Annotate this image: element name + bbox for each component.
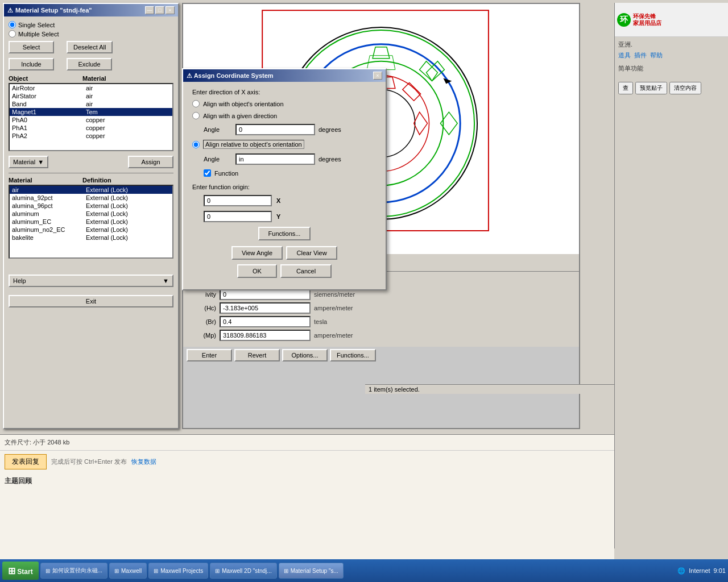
object-material-header: Object Material bbox=[9, 75, 173, 82]
angle-row-2: Angle degrees bbox=[204, 153, 377, 165]
angle-input-1[interactable] bbox=[235, 124, 315, 135]
revert-button[interactable]: Revert bbox=[234, 349, 280, 361]
select-button[interactable]: Select bbox=[9, 41, 54, 53]
ivity-input[interactable] bbox=[220, 289, 311, 300]
taskbar-item-material[interactable]: ⊞ Material Setup "s... bbox=[279, 563, 344, 579]
include-button[interactable]: Include bbox=[9, 58, 54, 70]
tools-link[interactable]: 道具 bbox=[618, 51, 631, 60]
exit-row: Exit bbox=[9, 295, 173, 307]
material-item[interactable]: bakeliteExternal (Lock) bbox=[10, 234, 172, 242]
align-given-radio[interactable]: Align with a given direction bbox=[192, 112, 377, 119]
minimize-button[interactable]: — bbox=[145, 6, 154, 14]
taskbar-item-maxwell[interactable]: ⊞ Maxwell bbox=[109, 563, 147, 579]
help-dropdown-button[interactable]: Help ▼ bbox=[9, 275, 173, 287]
align-relative-radio[interactable]: Align relative to object's orientation bbox=[192, 140, 377, 149]
list-item[interactable]: PhA0copper bbox=[10, 116, 172, 124]
br-input[interactable] bbox=[220, 316, 311, 327]
enter-button[interactable]: Enter bbox=[187, 349, 232, 361]
deselect-all-button[interactable]: Deselect All bbox=[67, 41, 113, 53]
material-window-titlebar: ⚠ Material Setup "stndj-fea" — □ × bbox=[4, 4, 178, 16]
section-label: Enter direction of X axis: bbox=[192, 89, 377, 95]
ok-cancel-row: OK Cancel bbox=[192, 264, 377, 278]
options-button[interactable]: Options... bbox=[282, 349, 328, 361]
list-item[interactable]: AirRotorair bbox=[10, 84, 172, 92]
origin-label: Enter function origin: bbox=[192, 184, 377, 190]
taskbar-item-projects[interactable]: ⊞ Maxwell Projects bbox=[148, 563, 208, 579]
mp-input[interactable] bbox=[220, 330, 311, 341]
list-item-selected[interactable]: Magnet1Tem bbox=[10, 108, 172, 116]
hc-row: (Hc) ampere/meter bbox=[188, 302, 574, 314]
fea-bottom-buttons: Enter Revert Options... Functions... bbox=[183, 347, 579, 364]
material-list[interactable]: airExternal (Lock) alumina_92pctExternal… bbox=[9, 185, 173, 259]
preview-button[interactable]: 预览贴子 bbox=[635, 82, 667, 94]
maximize-button[interactable]: □ bbox=[155, 6, 164, 14]
align-object-radio[interactable]: Align with object's orientation bbox=[192, 100, 377, 107]
taskbar-time: 9:01 bbox=[714, 567, 726, 574]
functions-button[interactable]: Functions... bbox=[330, 349, 376, 361]
angle-input-2[interactable] bbox=[235, 153, 315, 165]
br-row: (Br) tesla bbox=[188, 316, 574, 327]
right-panel: 环 环保先锋家居用品店 亚洲. 道具 插件 帮助 简单功能 查 预览贴子 清空内… bbox=[614, 3, 728, 548]
material-item-selected[interactable]: airExternal (Lock) bbox=[10, 186, 172, 194]
ok-button[interactable]: OK bbox=[237, 264, 277, 278]
bottom-area: 文件尺寸: 小于 2048 kb 发表回复 完成后可按 Ctrl+Enter 发… bbox=[0, 434, 614, 559]
brand-logo: 环 bbox=[617, 13, 631, 27]
material-item[interactable]: alumina_92pctExternal (Lock) bbox=[10, 194, 172, 202]
clear-view-button[interactable]: Clear View bbox=[286, 246, 337, 260]
taskbar-item-2d[interactable]: ⊞ Maxwell 2D "stndj... bbox=[210, 563, 276, 579]
select-deselect-row: Select Deselect All bbox=[9, 41, 173, 53]
plugins-link[interactable]: 插件 bbox=[634, 51, 647, 60]
hint-text: 完成后可按 Ctrl+Enter 发布 bbox=[51, 458, 127, 466]
assign-button[interactable]: Assign bbox=[128, 156, 173, 168]
warning-icon: ⚠ bbox=[7, 7, 13, 14]
assign-warning-icon: ⚠ bbox=[187, 72, 194, 79]
exit-button[interactable]: Exit bbox=[9, 295, 173, 307]
functions-dialog-button[interactable]: Functions... bbox=[258, 227, 311, 240]
restore-data-link[interactable]: 恢复数据 bbox=[131, 458, 156, 466]
material-item[interactable]: aluminum_no2_ECExternal (Lock) bbox=[10, 226, 172, 234]
list-item[interactable]: Bandair bbox=[10, 100, 172, 108]
cancel-button[interactable]: Cancel bbox=[280, 264, 332, 278]
single-select-radio[interactable]: Single Select bbox=[9, 21, 173, 28]
material-dropdown-button[interactable]: Material ▼ bbox=[9, 156, 48, 168]
start-button[interactable]: ⊞ Start bbox=[2, 562, 39, 580]
origin-y-input[interactable] bbox=[204, 211, 272, 222]
origin-y-row: Y bbox=[204, 211, 377, 222]
exclude-button[interactable]: Exclude bbox=[67, 58, 112, 70]
post-reply-row: 发表回复 完成后可按 Ctrl+Enter 发布 恢复数据 bbox=[0, 451, 614, 473]
theme-label: 主题回顾 bbox=[0, 473, 614, 489]
taskbar: ⊞ Start ⊞ 如何设置径向永磁... ⊞ Maxwell ⊞ Maxwel… bbox=[0, 559, 728, 582]
function-checkbox[interactable] bbox=[204, 169, 211, 177]
clear-content-button[interactable]: 清空内容 bbox=[669, 82, 701, 94]
material-item[interactable]: alumina_96pctExternal (Lock) bbox=[10, 202, 172, 210]
origin-x-input[interactable] bbox=[204, 195, 272, 206]
brand-text: 环保先锋家居用品店 bbox=[633, 13, 661, 27]
material-item[interactable]: aluminum_ECExternal (Lock) bbox=[10, 218, 172, 226]
material-list-header: Material Definition bbox=[9, 177, 173, 184]
multiple-select-radio[interactable]: Multiple Select bbox=[9, 30, 173, 38]
mp-row: (Mp) ampere/meter bbox=[188, 330, 574, 341]
taskbar-internet-icon: 🌐 bbox=[677, 567, 685, 575]
hc-input[interactable] bbox=[220, 302, 311, 314]
titlebar-controls: — □ × bbox=[145, 6, 175, 14]
function-checkbox-row[interactable]: Function bbox=[204, 169, 377, 177]
view-angle-button[interactable]: View Angle bbox=[231, 246, 283, 260]
ivity-row: ivity siemens/meter bbox=[188, 289, 574, 300]
file-size-label: 文件尺寸: 小于 2048 kb bbox=[0, 435, 614, 451]
close-button[interactable]: × bbox=[166, 6, 175, 14]
list-item[interactable]: PhA1copper bbox=[10, 124, 172, 132]
object-material-list[interactable]: AirRotorair AirStatorair Bandair Magnet1… bbox=[9, 83, 173, 151]
list-item[interactable]: AirStatorair bbox=[10, 92, 172, 100]
taskbar-icon-2: ⊞ bbox=[114, 568, 119, 574]
taskbar-item-fea[interactable]: ⊞ 如何设置径向永磁... bbox=[40, 563, 107, 579]
check-button[interactable]: 查 bbox=[618, 82, 633, 94]
assign-dialog-title: ⚠ Assign Coordinate System bbox=[187, 72, 274, 80]
list-item[interactable]: PhA2copper bbox=[10, 132, 172, 140]
functions-btn-row: Functions... bbox=[192, 227, 377, 240]
material-setup-window: ⚠ Material Setup "stndj-fea" — □ × Singl… bbox=[3, 3, 179, 429]
material-assign-row: Material ▼ Assign bbox=[9, 156, 173, 168]
help-link[interactable]: 帮助 bbox=[650, 51, 663, 60]
post-reply-button[interactable]: 发表回复 bbox=[5, 454, 47, 469]
assign-dialog-close[interactable]: × bbox=[373, 72, 382, 80]
material-item[interactable]: aluminumExternal (Lock) bbox=[10, 210, 172, 218]
